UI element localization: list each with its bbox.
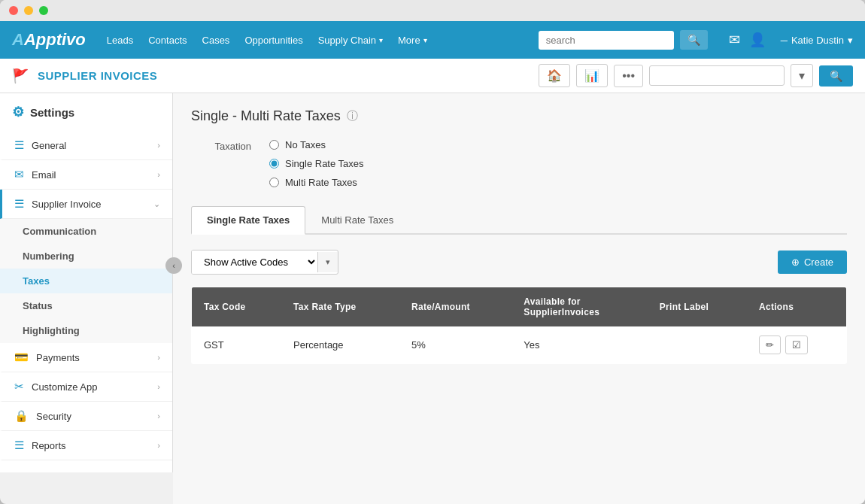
filter-caret-icon[interactable]: ▾ (317, 252, 338, 272)
user-menu[interactable]: ─ Katie Dustin ▾ (781, 35, 853, 46)
sidebar-item-payments[interactable]: 💳 Payments › (0, 343, 172, 372)
contacts-icon[interactable]: 👤 (749, 32, 766, 48)
supply-chain-label: Supply Chain (318, 35, 376, 46)
col-available: Available forSupplierInvoices (511, 287, 647, 327)
radio-single-rate[interactable]: Single Rate Taxes (269, 158, 364, 169)
sub-search-button[interactable]: 🔍 (819, 65, 853, 87)
supplier-invoice-submenu: Communication Numbering Taxes Status Hig… (0, 219, 172, 343)
supplier-invoice-icon: ☰ (14, 197, 24, 211)
chart-button[interactable]: 📊 (576, 64, 608, 87)
radio-multi-rate[interactable]: Multi Rate Taxes (269, 177, 364, 188)
nav-dropdown-supply-chain[interactable]: Supply Chain ▾ (318, 35, 383, 46)
user-name: Katie Dustin (791, 35, 844, 46)
email-icon: ✉ (14, 168, 24, 181)
sidebar-item-highlighting[interactable]: Highlighting (0, 318, 172, 343)
cell-tax-code: GST (192, 326, 282, 364)
sidebar-item-supplier-invoice[interactable]: ☰ Supplier Invoice ⌄ (0, 190, 172, 219)
maximize-button[interactable] (39, 6, 48, 15)
sidebar-item-general[interactable]: ☰ General › (0, 131, 172, 160)
cell-rate-amount: 5% (399, 326, 511, 364)
sub-header: 🚩 SUPPLIER INVOICES 🏠 📊 ••• ▾ 🔍 (0, 59, 865, 93)
security-arrow-icon: › (157, 411, 160, 421)
close-button[interactable] (9, 6, 18, 15)
user-bar-icon: ─ (781, 35, 788, 46)
more-label: More (398, 35, 420, 46)
sidebar-item-customize-app[interactable]: ✂ Customize App › (0, 372, 172, 402)
sidebar-label-email: Email (32, 169, 157, 181)
col-rate-amount: Rate/Amount (399, 287, 511, 327)
nav-link-contacts[interactable]: Contacts (148, 35, 187, 46)
module-icon: 🚩 (12, 68, 29, 84)
action-buttons: ✏ ☑ (759, 335, 834, 354)
search-button[interactable]: 🔍 (680, 30, 708, 50)
nav-dropdown-more[interactable]: More ▾ (398, 35, 427, 46)
radio-label-multi-rate: Multi Rate Taxes (285, 177, 357, 188)
sidebar-item-email[interactable]: ✉ Email › (0, 160, 172, 190)
sidebar-label-security: Security (36, 411, 157, 422)
customize-icon: ✂ (14, 380, 24, 393)
nav-search: 🔍 (539, 30, 708, 50)
tab-single-rate-taxes[interactable]: Single Rate Taxes (191, 206, 305, 235)
edit-button[interactable]: ✏ (759, 335, 781, 354)
radio-input-no-taxes[interactable] (269, 140, 279, 150)
radio-label-no-taxes: No Taxes (285, 139, 326, 150)
more-caret: ▾ (423, 36, 427, 44)
sidebar-wrapper: ⚙ Settings ☰ General › ✉ Email › ☰ Suppl… (0, 93, 173, 504)
sub-header-actions: 🏠 📊 ••• ▾ 🔍 (539, 64, 853, 87)
sub-dropdown-button[interactable]: ▾ (791, 64, 813, 87)
main-layout: ⚙ Settings ☰ General › ✉ Email › ☰ Suppl… (0, 93, 865, 504)
messages-icon[interactable]: ✉ (729, 32, 740, 48)
sub-search-input[interactable] (649, 65, 785, 86)
more-options-button[interactable]: ••• (614, 65, 643, 87)
top-nav: AApptivo Leads Contacts Cases Opportunit… (0, 21, 865, 59)
sidebar-item-reports[interactable]: ☰ Reports › (0, 431, 172, 460)
customize-arrow-icon: › (157, 382, 160, 391)
tab-multi-rate-taxes[interactable]: Multi Rate Taxes (305, 206, 409, 233)
settings-heading: ⚙ Settings (0, 93, 172, 131)
col-tax-rate-type: Tax Rate Type (281, 287, 399, 327)
tax-table: Tax Code Tax Rate Type Rate/Amount Avail… (191, 287, 847, 364)
radio-no-taxes[interactable]: No Taxes (269, 139, 364, 150)
sidebar-item-security[interactable]: 🔒 Security › (0, 402, 172, 431)
logo-text: A (12, 30, 24, 49)
sidebar-item-taxes[interactable]: Taxes (0, 269, 172, 293)
sidebar-label-payments: Payments (36, 352, 157, 363)
app-window: AApptivo Leads Contacts Cases Opportunit… (0, 0, 865, 504)
info-icon[interactable]: ⓘ (347, 109, 358, 123)
radio-input-multi-rate[interactable] (269, 178, 279, 187)
sidebar-item-status[interactable]: Status (0, 293, 172, 318)
payments-icon: 💳 (14, 351, 29, 364)
nav-icons: ✉ 👤 (729, 32, 766, 48)
col-print-label: Print Label (648, 287, 747, 327)
minimize-button[interactable] (24, 6, 33, 15)
sidebar-label-reports: Reports (32, 440, 157, 451)
sidebar-item-numbering[interactable]: Numbering (0, 244, 172, 269)
settings-label: Settings (30, 106, 74, 119)
sidebar-label-customize: Customize App (32, 381, 157, 393)
nav-link-leads[interactable]: Leads (107, 35, 133, 46)
supply-chain-caret: ▾ (379, 36, 383, 44)
taxation-radio-group: No Taxes Single Rate Taxes Multi Rate Ta… (269, 139, 364, 188)
taxation-row: Taxation No Taxes Single Rate Taxes M (191, 139, 847, 188)
supplier-invoice-arrow-icon: ⌄ (153, 199, 160, 209)
general-arrow-icon: › (157, 141, 160, 150)
email-arrow-icon: › (157, 170, 160, 179)
sidebar-item-communication[interactable]: Communication (0, 219, 172, 244)
col-tax-code: Tax Code (192, 287, 282, 327)
table-header-row: Tax Code Tax Rate Type Rate/Amount Avail… (192, 287, 847, 327)
search-input[interactable] (539, 31, 674, 50)
cell-available: Yes (511, 326, 647, 364)
home-button[interactable]: 🏠 (539, 64, 570, 87)
radio-input-single-rate[interactable] (269, 159, 279, 169)
title-bar (0, 0, 865, 21)
nav-link-opportunities[interactable]: Opportunities (244, 35, 302, 46)
taxation-label: Taxation (191, 139, 251, 152)
content-area: Single - Multi Rate Taxes ⓘ Taxation No … (173, 93, 865, 504)
filter-bar: Show Active Codes Show All Codes Show In… (191, 250, 847, 275)
create-button[interactable]: ⊕ Create (778, 250, 847, 274)
active-codes-select[interactable]: Show Active Codes Show All Codes Show In… (192, 250, 317, 274)
delete-button[interactable]: ☑ (785, 335, 808, 354)
nav-link-cases[interactable]: Cases (202, 35, 230, 46)
reports-icon: ☰ (14, 439, 24, 452)
module-title: SUPPLIER INVOICES (38, 69, 157, 82)
